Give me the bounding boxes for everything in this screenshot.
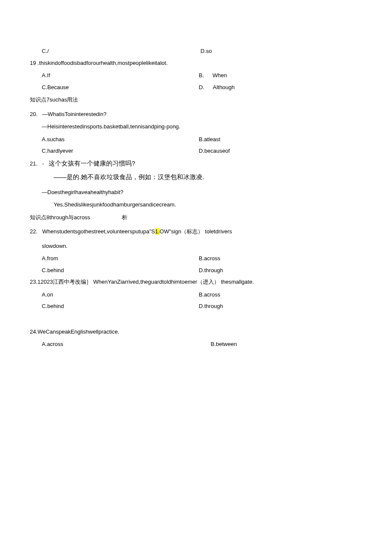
q23-options-row1: A.on B.across — [30, 291, 362, 299]
q22-options-row1: A.from B.across — [30, 254, 362, 263]
q21-cn1: 这个女孩有一个健康的习惯吗? — [49, 160, 135, 167]
q21-line3: —Doesthegirlhaveahealthyhabit? — [30, 188, 362, 197]
q20-opt-c: C.hardlyever — [42, 147, 199, 155]
q22-num: 22. — [30, 228, 37, 235]
q23-opt-b: B.across — [199, 291, 355, 299]
q18-opt-c: C./ — [42, 47, 199, 55]
q19-opt-d-prefix: D. — [199, 84, 204, 90]
q18-options-row2: C./ D.so — [30, 47, 362, 55]
section-8-suf: 析 — [122, 214, 127, 221]
q24-options-row1: A.across B.between — [30, 340, 362, 349]
q22-highlight: 1. — [155, 228, 160, 235]
q19-opt-a: A.If — [42, 71, 199, 80]
q21-dash: - — [42, 160, 44, 167]
section-8-pre: 知识点8through与across — [30, 214, 90, 221]
q21-line4: Yes.Shedislikesjunkfoodhamburgersandicec… — [30, 200, 362, 209]
q22-line1: 22. Whenstudentsgothestreet,volunteerspu… — [30, 227, 362, 236]
q20-line1-text: —WhatisToininterestedin? — [42, 111, 107, 117]
q19-options-row1: A.If B.When — [30, 71, 362, 80]
q23-opt-c: C.behind — [42, 302, 199, 311]
q19-stem: 19 .thiskindoffoodisbadforourhealth,most… — [30, 59, 362, 67]
q20-opt-a: A.suchas — [42, 135, 199, 144]
q22-opt-c: C.behind — [42, 266, 199, 275]
q18-opt-d: D.so — [199, 47, 357, 55]
q20-options-row2: C.hardlyever D.becauseof — [30, 147, 362, 155]
q19-opt-b: B.When — [199, 71, 355, 80]
q22-opt-b: B.across — [199, 254, 355, 263]
q21-num: 21. — [30, 160, 37, 167]
q20-opt-d: D.becauseof — [199, 147, 355, 155]
q20-options-row1: A.suchas B.atleast — [30, 135, 362, 144]
q22-line2: slowdown. — [30, 242, 362, 250]
section-8-heading: 知识点8through与across析 — [30, 213, 362, 222]
q22-opt-a: A.from — [42, 254, 199, 263]
q19-opt-b-prefix: B. — [199, 72, 204, 78]
exam-page: C./ D.so 19 .thiskindoffoodisbadforourhe… — [0, 0, 392, 373]
q19-options-row2: C.Because D.Although — [30, 83, 362, 92]
q20-num: 20. — [30, 111, 37, 117]
q22-text-b: OW"sign（标志） toletdrivers — [160, 228, 232, 235]
q19-opt-d: D.Although — [199, 83, 355, 92]
q23-opt-d: D.through — [199, 302, 355, 311]
q20-line1: 20. —WhatisToininterestedin? — [30, 110, 362, 119]
q23-opt-a: A.on — [42, 291, 199, 299]
q24-opt-b: B.between — [199, 340, 367, 349]
section-7-heading: 知识点7suchas用法 — [30, 96, 362, 104]
q20-opt-b: B.atleast — [199, 135, 355, 144]
q20-line2: —Heisinterestedinsports.basketball,tenni… — [30, 122, 362, 131]
q21-line1: 21. - 这个女孩有一个健康的习惯吗? — [30, 159, 362, 169]
q22-text-a: Whenstudentsgothestreet,volunteersputupa… — [42, 228, 155, 235]
q24-opt-a: A.across — [42, 340, 199, 349]
q21-line2: ——是的.她不喜欢垃圾食品，例如：汉堡包和冰激凌. — [30, 172, 362, 182]
q19-opt-d-val: Although — [213, 84, 234, 90]
q23-options-row2: C.behind D.through — [30, 302, 362, 311]
q19-opt-b-val: When — [213, 72, 227, 78]
q24-line: 24.WeCanspeakEnglishwellpractice. — [30, 328, 362, 336]
q23-line: 23.12023江西中考改编］ WhenYanZiarrived,theguar… — [30, 278, 362, 286]
q22-options-row2: C.behind D.through — [30, 266, 362, 275]
q19-opt-c: C.Because — [42, 83, 199, 92]
q22-opt-d: D.through — [199, 266, 355, 275]
